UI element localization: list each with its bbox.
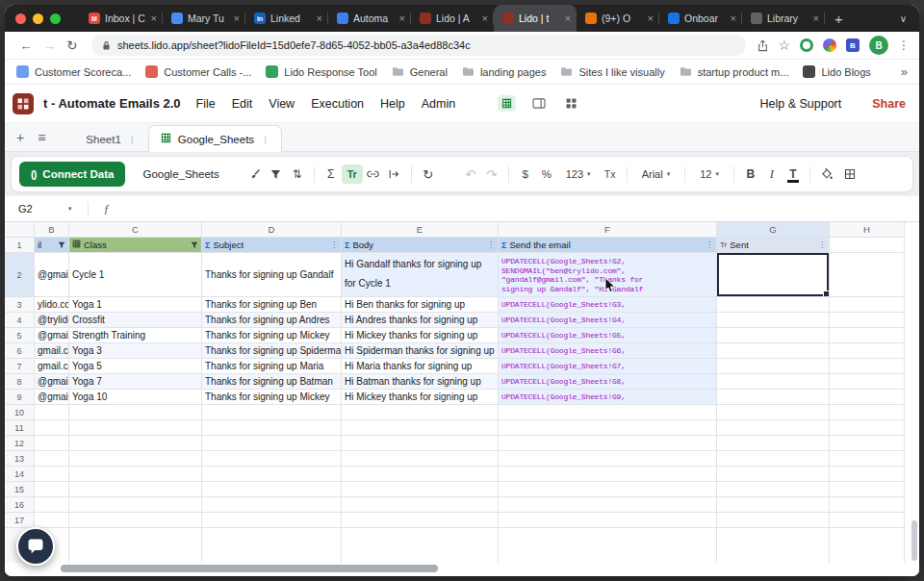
close-window-button[interactable]	[15, 13, 26, 24]
browser-tab[interactable]: MInbox | C×	[80, 5, 163, 32]
cell-E16[interactable]	[342, 497, 499, 513]
cell-G6[interactable]	[717, 343, 830, 359]
add-sheet-button[interactable]: +	[16, 130, 24, 145]
cell-D2[interactable]: Thanks for signing up Gandalf	[202, 253, 342, 297]
row-number-1[interactable]: 1	[5, 238, 35, 253]
cell-H7[interactable]	[830, 359, 905, 374]
zoom-window-button[interactable]	[50, 13, 61, 24]
cell-B10[interactable]	[35, 405, 69, 420]
cell-F4[interactable]: UPDATECELL(Google_Sheets!G4,	[499, 313, 717, 328]
bookmark-item[interactable]: Customer Calls -...	[145, 65, 251, 78]
row-number-3[interactable]: 3	[5, 297, 35, 313]
sheet-tab-menu-icon[interactable]: ⋮	[261, 135, 270, 144]
chat-widget-button[interactable]	[16, 527, 55, 566]
cell-H10[interactable]	[830, 405, 905, 420]
cell-F9[interactable]: UPDATECELL(Google_Sheets!G9,	[499, 390, 717, 405]
filter-icon[interactable]	[266, 164, 287, 185]
text-format-icon[interactable]: Tr	[342, 164, 363, 184]
insert-link-icon[interactable]	[363, 164, 384, 185]
cell-C11[interactable]	[69, 420, 202, 436]
column-header-E[interactable]: E	[342, 222, 499, 238]
cell-G4[interactable]	[717, 313, 830, 328]
cell-D6[interactable]: Thanks for signing up Spiderma	[202, 343, 342, 359]
tab-close-icon[interactable]: ×	[482, 13, 488, 24]
row-number-6[interactable]: 6	[5, 343, 35, 359]
name-box-caret-icon[interactable]: ▾	[68, 205, 72, 213]
tab-close-icon[interactable]: ×	[565, 13, 571, 24]
cell-E15[interactable]	[342, 482, 499, 497]
cell-C12[interactable]	[69, 436, 202, 451]
browser-tab[interactable]: Automa×	[328, 5, 411, 32]
column-menu-icon[interactable]: ⋮	[330, 240, 338, 249]
tab-close-icon[interactable]: ×	[234, 13, 240, 24]
profile-avatar[interactable]: B	[869, 36, 888, 55]
cell-C8[interactable]: Yoga 7	[69, 374, 202, 390]
apps-view-icon[interactable]	[562, 95, 580, 112]
extension-icon-green[interactable]	[800, 38, 813, 52]
column-header-G[interactable]: G	[717, 222, 830, 238]
cell-G15[interactable]	[717, 482, 830, 497]
cell-F8[interactable]: UPDATECELL(Google_Sheets!G8,	[499, 374, 717, 390]
cell-F3[interactable]: UPDATECELL(Google_Sheets!G3,	[499, 297, 717, 313]
cell-F13[interactable]	[499, 451, 717, 467]
cell-E4[interactable]: Hi Andres thanks for signing up	[342, 313, 499, 328]
toolbar-sheet-name[interactable]: Google_Sheets	[142, 168, 218, 180]
cell-B6[interactable]: gmail.co	[35, 343, 69, 359]
indent-icon[interactable]	[384, 164, 405, 185]
cell-C6[interactable]: Yoga 3	[69, 343, 202, 359]
browser-tab[interactable]: Lido | A×	[411, 5, 494, 32]
cell-B7[interactable]: gmail.co	[35, 359, 69, 374]
column-header-B[interactable]: B	[35, 222, 69, 238]
cell-B2[interactable]: @gmail.c	[35, 253, 69, 297]
functions-icon[interactable]: Σ	[321, 164, 342, 185]
cell-F17[interactable]	[499, 513, 717, 528]
cell-H2[interactable]	[830, 253, 905, 297]
column-header-C[interactable]: C	[69, 222, 202, 238]
cell-D8[interactable]: Thanks for signing up Batman	[202, 374, 342, 390]
cell-D7[interactable]: Thanks for signing up Maria	[202, 359, 342, 374]
cell-H11[interactable]	[830, 420, 905, 436]
panel-view-icon[interactable]	[528, 95, 550, 112]
row-number-4[interactable]: 4	[5, 313, 35, 328]
row-number-9[interactable]: 9	[5, 390, 35, 405]
bookmarks-overflow-icon[interactable]: »	[901, 64, 908, 79]
clear-format-icon[interactable]: Tx	[600, 164, 621, 185]
cell-B13[interactable]	[35, 451, 69, 467]
cell-E11[interactable]	[342, 420, 499, 436]
new-tab-button[interactable]: +	[834, 11, 843, 27]
row-number-2[interactable]: 2	[5, 253, 35, 297]
row-number-13[interactable]: 13	[5, 451, 35, 467]
percent-format-icon[interactable]: %	[536, 164, 557, 185]
cell-H15[interactable]	[830, 482, 905, 497]
field-header-H[interactable]	[830, 238, 905, 253]
tab-close-icon[interactable]: ×	[399, 13, 405, 24]
cell-E2[interactable]: Hi Gandalf thanks for signing up for Cyc…	[342, 253, 499, 297]
cell-C2[interactable]: Cycle 1	[69, 253, 202, 297]
forward-button[interactable]: →	[38, 38, 61, 53]
cell-G13[interactable]	[717, 451, 830, 467]
back-button[interactable]: ←	[14, 38, 38, 53]
cell-C3[interactable]: Yoga 1	[69, 297, 202, 313]
tab-close-icon[interactable]: ×	[648, 13, 654, 24]
browser-tab[interactable]: Onboar×	[659, 5, 742, 32]
cell-G8[interactable]	[717, 374, 830, 390]
vertical-scrollbar[interactable]	[911, 520, 917, 561]
cell-E14[interactable]	[342, 467, 499, 482]
cell-E7[interactable]: Hi Maria thanks for signing up	[342, 359, 499, 374]
cell-B17[interactable]	[35, 513, 69, 528]
bold-icon[interactable]: B	[740, 164, 761, 185]
cell-D4[interactable]: Thanks for signing up Andres	[202, 313, 342, 328]
cell-G5[interactable]	[717, 328, 830, 343]
sheet-tab-google-sheets[interactable]: Google_Sheets⋮	[148, 125, 282, 153]
menu-admin[interactable]: Admin	[422, 97, 455, 111]
bookmark-item[interactable]: General	[392, 65, 448, 78]
tab-close-icon[interactable]: ×	[151, 13, 157, 24]
cell-B8[interactable]: @gmail.	[35, 374, 69, 390]
field-header-G[interactable]: TrSent⋮	[717, 238, 830, 253]
cell-H4[interactable]	[830, 313, 905, 328]
row-number-7[interactable]: 7	[5, 359, 35, 374]
cell-D13[interactable]	[202, 451, 342, 467]
cell-E5[interactable]: Hi Mickey thanks for signing up	[342, 328, 499, 343]
connect-data-button[interactable]: () Connect Data	[19, 162, 125, 187]
cell-F10[interactable]	[499, 405, 717, 420]
